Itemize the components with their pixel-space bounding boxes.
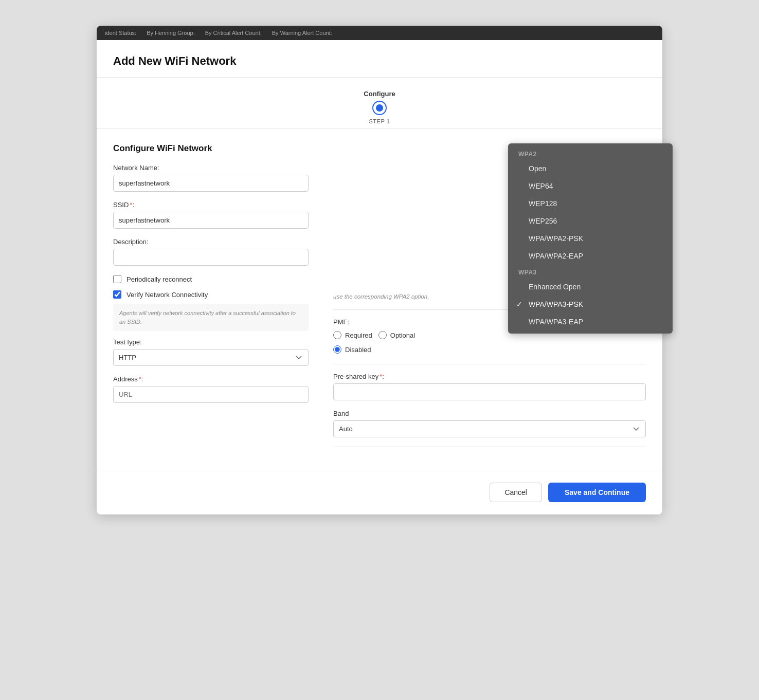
dropdown-group-wpa2: WPA2 xyxy=(508,146,673,160)
topbar-item-1: ident Status: xyxy=(105,30,136,36)
preshared-required: * xyxy=(380,373,382,380)
verify-connectivity-label: Verify Network Connectivity xyxy=(127,291,208,299)
step-label: STEP 1 xyxy=(369,118,390,124)
topbar-item-4: By Warning Alert Count: xyxy=(272,30,332,36)
dropdown-item-wpawpa2-eap[interactable]: WPA/WPA2-EAP xyxy=(508,247,673,265)
network-name-input[interactable] xyxy=(113,175,309,192)
dropdown-item-wep128[interactable]: WEP128 xyxy=(508,195,673,212)
modal: ident Status: By Henning Group: By Criti… xyxy=(97,26,662,514)
security-dropdown[interactable]: WPA2 Open WEP64 WEP128 WEP256 WPA/WPA2-P… xyxy=(508,143,673,334)
preshared-key-input[interactable] xyxy=(333,383,646,400)
dropdown-item-wep64[interactable]: WEP64 xyxy=(508,177,673,195)
band-select[interactable]: Auto 2.4 GHz 5 GHz xyxy=(333,420,646,437)
top-bar: ident Status: By Henning Group: By Criti… xyxy=(97,26,662,40)
dropdown-item-enhanced-open[interactable]: Enhanced Open xyxy=(508,278,673,296)
check-icon: ✓ xyxy=(516,300,522,308)
step-title: Configure xyxy=(364,90,395,98)
topbar-item-3: By Critical Alert Count: xyxy=(205,30,262,36)
save-continue-button[interactable]: Save and Continue xyxy=(548,483,646,502)
verify-connectivity-row: Verify Network Connectivity xyxy=(113,290,309,299)
pmf-optional-label: Optional xyxy=(390,331,415,339)
step-1: Configure STEP 1 xyxy=(364,90,395,124)
address-group: Address*: xyxy=(113,375,309,403)
stepper-row: Configure STEP 1 xyxy=(97,78,662,129)
ssid-required: * xyxy=(130,201,132,209)
periodically-reconnect-label: Periodically reconnect xyxy=(127,275,192,283)
modal-title: Add New WiFi Network xyxy=(113,54,236,67)
pmf-required-label: Required xyxy=(345,331,372,339)
description-input[interactable] xyxy=(113,249,309,266)
address-input[interactable] xyxy=(113,386,309,403)
test-type-group: Test type: HTTP HTTPS DNS xyxy=(113,338,309,366)
periodically-reconnect-checkbox[interactable] xyxy=(113,275,121,283)
band-label: Band xyxy=(333,410,646,417)
description-group: Description: xyxy=(113,238,309,266)
address-required: * xyxy=(139,375,141,383)
test-type-label: Test type: xyxy=(113,338,309,346)
pmf-disabled-radio[interactable] xyxy=(333,345,341,354)
dropdown-item-wpawpa3-eap[interactable]: WPA/WPA3-EAP xyxy=(508,313,673,330)
left-column: Configure WiFi Network Network Name: SSI… xyxy=(113,143,309,455)
periodically-reconnect-row: Periodically reconnect xyxy=(113,275,309,283)
divider-3 xyxy=(333,447,646,447)
ssid-group: SSID*: xyxy=(113,201,309,229)
dropdown-item-open[interactable]: Open xyxy=(508,160,673,177)
topbar-item-2: By Henning Group: xyxy=(147,30,195,36)
ssid-input[interactable] xyxy=(113,212,309,229)
dropdown-item-wpawpa2-psk[interactable]: WPA/WPA2-PSK xyxy=(508,230,673,247)
test-type-select[interactable]: HTTP HTTPS DNS xyxy=(113,349,309,366)
modal-body: Configure WiFi Network Network Name: SSI… xyxy=(97,129,662,455)
step-circle-inner xyxy=(376,104,383,112)
pmf-disabled-row: Disabled xyxy=(333,345,646,354)
pmf-required-row: Required xyxy=(333,331,372,339)
ssid-label: SSID*: xyxy=(113,201,309,209)
dropdown-group-wpa3: WPA3 xyxy=(508,265,673,278)
dropdown-item-wpawpa3-psk[interactable]: ✓ WPA/WPA3-PSK xyxy=(508,296,673,313)
modal-footer: Cancel Save and Continue xyxy=(97,470,662,514)
pmf-radio-group: Required Optional Disabled xyxy=(333,331,646,354)
address-label: Address*: xyxy=(113,375,309,383)
step-circle xyxy=(372,101,387,115)
preshared-key-label: Pre-shared key*: xyxy=(333,373,646,380)
cancel-button[interactable]: Cancel xyxy=(490,483,542,502)
dropdown-item-wep256[interactable]: WEP256 xyxy=(508,212,673,230)
section-title: Configure WiFi Network xyxy=(113,143,309,154)
verify-connectivity-checkbox[interactable] xyxy=(113,290,121,299)
band-group: Band Auto 2.4 GHz 5 GHz xyxy=(333,410,646,437)
divider-2 xyxy=(333,364,646,364)
description-label: Description: xyxy=(113,238,309,246)
pmf-required-radio[interactable] xyxy=(333,331,341,339)
modal-header: Add New WiFi Network xyxy=(97,40,662,78)
pmf-disabled-label: Disabled xyxy=(345,346,371,354)
right-column: WPA2 Open WEP64 WEP128 WEP256 WPA/WPA2-P… xyxy=(333,143,646,455)
preshared-key-group: Pre-shared key*: xyxy=(333,373,646,400)
pmf-optional-radio[interactable] xyxy=(378,331,387,339)
network-name-group: Network Name: xyxy=(113,164,309,192)
network-name-label: Network Name: xyxy=(113,164,309,172)
verify-connectivity-note: Agents will verify network connectivity … xyxy=(113,304,309,331)
pmf-optional-row: Optional xyxy=(378,331,415,339)
